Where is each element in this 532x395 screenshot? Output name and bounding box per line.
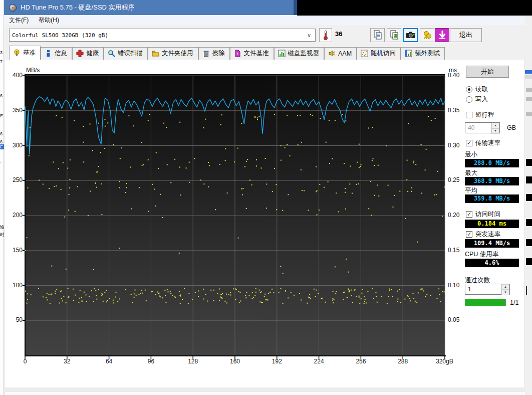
- spinner-arrows[interactable]: ▲▼: [501, 284, 509, 294]
- progress-bar-fill: [465, 299, 505, 306]
- tab-health[interactable]: 健康: [72, 47, 104, 60]
- x-tick: 96: [148, 358, 154, 365]
- benchmark-icon: !: [13, 49, 21, 57]
- start-button[interactable]: 开始: [466, 66, 509, 78]
- short-stroke-row[interactable]: 短行程: [466, 111, 494, 119]
- transfer-rate-checkbox[interactable]: [466, 140, 472, 146]
- short-stroke-size-value: 40: [465, 123, 491, 133]
- access-time-label: 访问时间: [475, 210, 500, 219]
- background-text-fragment: 时: [0, 232, 4, 237]
- tab-label: 随机访问: [371, 49, 396, 58]
- tab-benchmark[interactable]: !基准: [9, 46, 41, 60]
- y-left-tick: 200: [8, 212, 23, 219]
- background-fragment: [525, 70, 532, 74]
- background-text-fragment: -: [0, 75, 4, 80]
- y-left-tick: 300: [8, 142, 23, 149]
- short-stroke-checkbox[interactable]: [466, 112, 472, 118]
- tab-random-access[interactable]: 随机访问: [357, 47, 401, 60]
- spin-up-icon[interactable]: ▲: [491, 123, 499, 128]
- hd-tune-app-icon: [9, 4, 17, 12]
- transfer-rate-label: 传输速率: [475, 139, 500, 147]
- write-radio[interactable]: [466, 96, 472, 103]
- tab-error-scan[interactable]: 错误扫描: [104, 47, 148, 60]
- tab-aam[interactable]: AAM: [324, 47, 357, 60]
- drive-select[interactable]: Colorful SL500 320GB (320 gB) ∨: [9, 29, 316, 42]
- menu-help[interactable]: 帮助(H): [34, 15, 64, 26]
- tab-folder-usage[interactable]: 文件夹使用: [148, 47, 198, 60]
- tab-label: 基准: [23, 49, 36, 57]
- background-text-fragment: 7: [0, 59, 4, 64]
- copy-image-icon: [390, 30, 399, 40]
- background-fragment: [526, 239, 532, 246]
- window-edge: [294, 0, 297, 15]
- separator: [462, 207, 521, 207]
- y-left-tick: 250: [8, 176, 23, 183]
- access-time-row[interactable]: 访问时间: [466, 210, 500, 219]
- read-radio-row[interactable]: 读取: [466, 85, 488, 94]
- tab-extra-tests[interactable]: 额外测试: [401, 47, 445, 60]
- y-left-tick: 150: [8, 247, 23, 254]
- tab-label: 错误扫描: [118, 49, 143, 58]
- download-arrow-icon: [438, 31, 446, 40]
- tab-file-benchmark[interactable]: !文件基准: [230, 47, 274, 60]
- burst-rate-row[interactable]: 突发速率: [466, 230, 500, 239]
- tab-label: 健康: [86, 49, 99, 58]
- erase-icon: [202, 50, 210, 57]
- svg-text:!: !: [16, 50, 18, 55]
- cpu-usage-label: CPU 使用率: [465, 250, 498, 259]
- spin-down-icon[interactable]: ▼: [491, 128, 499, 134]
- background-fragment: [526, 97, 532, 101]
- seal-button[interactable]: [420, 28, 434, 42]
- temperature-button[interactable]: [319, 28, 332, 42]
- y-right-tick: 0.15: [448, 247, 459, 254]
- separator: [462, 82, 521, 83]
- copy-text-icon: [373, 30, 382, 40]
- tab-label: 信息: [55, 49, 67, 58]
- copy-image-button[interactable]: [387, 28, 401, 42]
- pass-count-value: 1: [465, 284, 501, 294]
- x-tick-end: 320gB: [436, 358, 453, 365]
- menu-bar: 文件(F) 帮助(H): [4, 15, 525, 25]
- benchmark-plot-background: [25, 74, 445, 356]
- y-left-axis-title: MB/s: [26, 67, 40, 74]
- transfer-rate-row[interactable]: 传输速率: [466, 139, 500, 147]
- x-tick: 64: [106, 358, 112, 365]
- tab-erase[interactable]: 擦除: [198, 47, 230, 60]
- min-label: 最小: [465, 150, 477, 159]
- background-fragment: [526, 286, 527, 295]
- extra-tests-icon: [405, 50, 412, 57]
- read-radio-label: 读取: [475, 85, 488, 94]
- tab-info[interactable]: 信息: [41, 47, 72, 60]
- spin-down-icon[interactable]: ▼: [501, 290, 509, 295]
- background-fragment: [526, 159, 532, 166]
- file-benchmark-icon: !: [234, 50, 241, 57]
- copy-text-button[interactable]: [370, 28, 385, 42]
- read-radio[interactable]: [466, 86, 472, 93]
- write-radio-row[interactable]: 写入: [466, 95, 488, 104]
- spinner-arrows[interactable]: ▲▼: [491, 123, 499, 133]
- tab-label: 磁盘监视器: [288, 49, 320, 58]
- tab-disk-monitor[interactable]: 磁盘监视器: [274, 47, 325, 60]
- disk-monitor-icon: [278, 50, 286, 57]
- exit-button[interactable]: 退出: [450, 28, 482, 42]
- background-text-fragment: 6: [0, 93, 4, 98]
- menu-file[interactable]: 文件(F): [4, 15, 34, 26]
- screenshot-button[interactable]: [403, 28, 418, 42]
- spin-up-icon[interactable]: ▲: [501, 284, 509, 290]
- short-stroke-size-spinner[interactable]: 40 ▲▼: [465, 122, 500, 133]
- info-icon: [45, 50, 52, 57]
- screen: 37-6E66F-输时 HD Tune Pro 5.75 - 硬盘/SSD 实用…: [0, 0, 532, 395]
- y-left-tick: 100: [8, 282, 23, 289]
- update-button[interactable]: [435, 28, 449, 42]
- y-right-tick: 0.40: [448, 72, 459, 79]
- pass-count-spinner[interactable]: 1 ▲▼: [465, 284, 510, 295]
- burst-rate-checkbox[interactable]: [466, 231, 472, 238]
- min-value: 288.0 MB/s: [465, 159, 519, 167]
- temperature-value: 36: [335, 30, 342, 38]
- toolbar: Colorful SL500 320GB (320 gB) ∨ 36: [4, 25, 525, 45]
- access-time-checkbox[interactable]: [466, 211, 472, 218]
- max-value: 368.9 MB/s: [465, 177, 519, 185]
- background-fragment: [525, 75, 532, 79]
- titlebar[interactable]: HD Tune Pro 5.75 - 硬盘/SSD 实用程序: [4, 0, 297, 15]
- separator: [462, 107, 521, 108]
